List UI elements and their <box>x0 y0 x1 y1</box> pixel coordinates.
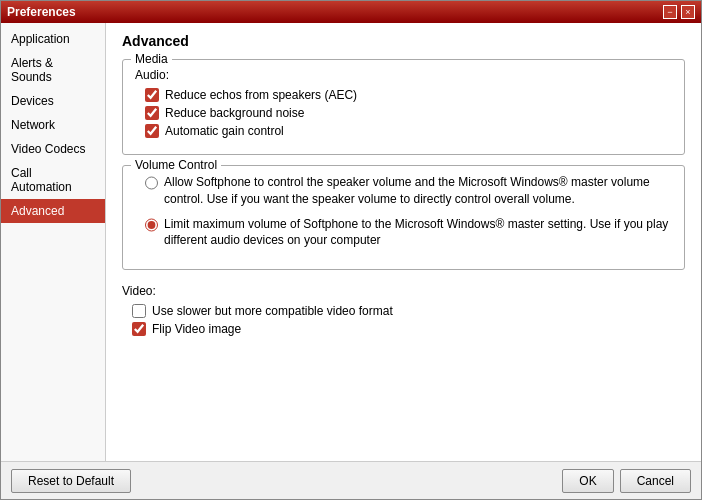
sidebar-item-advanced[interactable]: Advanced <box>1 199 105 223</box>
checkbox-flip-video-input[interactable] <box>132 322 146 336</box>
checkbox-agc-label: Automatic gain control <box>165 124 284 138</box>
window-title: Preferences <box>7 5 76 19</box>
checkbox-noise-label: Reduce background noise <box>165 106 304 120</box>
minimize-button[interactable]: − <box>663 5 677 19</box>
window-content: Application Alerts & Sounds Devices Netw… <box>1 23 701 461</box>
checkbox-aec-label: Reduce echos from speakers (AEC) <box>165 88 357 102</box>
sidebar-item-video-codecs[interactable]: Video Codecs <box>1 137 105 161</box>
checkbox-slower-video-input[interactable] <box>132 304 146 318</box>
sidebar-item-network[interactable]: Network <box>1 113 105 137</box>
radio-vol-allow: Allow Softphone to control the speaker v… <box>135 174 672 208</box>
close-button[interactable]: × <box>681 5 695 19</box>
sidebar-item-application[interactable]: Application <box>1 27 105 51</box>
radio-vol-limit-input[interactable] <box>145 218 158 232</box>
video-label: Video: <box>122 284 685 298</box>
checkbox-aec: Reduce echos from speakers (AEC) <box>135 88 672 102</box>
right-buttons: OK Cancel <box>562 469 691 493</box>
checkbox-aec-input[interactable] <box>145 88 159 102</box>
volume-group: Volume Control Allow Softphone to contro… <box>122 165 685 270</box>
volume-group-label: Volume Control <box>131 158 221 172</box>
media-group-label: Media <box>131 52 172 66</box>
audio-label: Audio: <box>135 68 672 82</box>
checkbox-flip-video: Flip Video image <box>122 322 685 336</box>
ok-button[interactable]: OK <box>562 469 613 493</box>
reset-default-button[interactable]: Reset to Default <box>11 469 131 493</box>
checkbox-noise: Reduce background noise <box>135 106 672 120</box>
bottom-bar: Reset to Default OK Cancel <box>1 461 701 499</box>
radio-vol-limit-label: Limit maximum volume of Softphone to the… <box>164 216 672 250</box>
radio-vol-allow-label: Allow Softphone to control the speaker v… <box>164 174 672 208</box>
checkbox-slower-video-label: Use slower but more compatible video for… <box>152 304 393 318</box>
radio-vol-allow-input[interactable] <box>145 176 158 190</box>
sidebar-item-devices[interactable]: Devices <box>1 89 105 113</box>
sidebar-item-call-automation[interactable]: Call Automation <box>1 161 105 199</box>
cancel-button[interactable]: Cancel <box>620 469 691 493</box>
title-bar: Preferences − × <box>1 1 701 23</box>
sidebar: Application Alerts & Sounds Devices Netw… <box>1 23 106 461</box>
checkbox-flip-video-label: Flip Video image <box>152 322 241 336</box>
checkbox-agc-input[interactable] <box>145 124 159 138</box>
page-title: Advanced <box>122 33 685 49</box>
sidebar-item-alerts-sounds[interactable]: Alerts & Sounds <box>1 51 105 89</box>
main-content: Advanced Media Audio: Reduce echos from … <box>106 23 701 461</box>
radio-vol-limit: Limit maximum volume of Softphone to the… <box>135 216 672 250</box>
media-group: Media Audio: Reduce echos from speakers … <box>122 59 685 155</box>
video-section: Video: Use slower but more compatible vi… <box>122 280 685 336</box>
preferences-window: Preferences − × Application Alerts & Sou… <box>0 0 702 500</box>
checkbox-slower-video: Use slower but more compatible video for… <box>122 304 685 318</box>
checkbox-agc: Automatic gain control <box>135 124 672 138</box>
checkbox-noise-input[interactable] <box>145 106 159 120</box>
title-bar-controls: − × <box>663 5 695 19</box>
